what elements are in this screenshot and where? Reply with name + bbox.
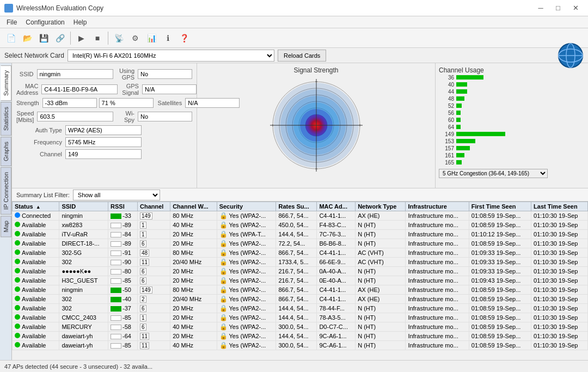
table-row[interactable]: Available302-37620 MHz🔒 Yes (WPA2-...144… [13,304,588,313]
col-status[interactable]: Status ▲ [13,202,59,211]
toolbar-scan[interactable]: 📡 [111,31,126,46]
rssi-bar [111,278,121,284]
toolbar-filter[interactable]: ⚙ [127,31,143,46]
lock-icon: 🔒 [219,212,228,219]
rssi-bar [111,214,121,219]
col-infra[interactable]: Infrastructure [406,202,469,211]
toolbar-stop[interactable]: ■ [90,31,105,46]
col-security[interactable]: Security [217,202,276,211]
close-button[interactable]: ✕ [567,2,584,14]
speed-value: 603.5 [37,112,113,121]
toolbar-info[interactable]: ℹ [160,31,175,46]
toolbar-play[interactable]: ▶ [74,31,89,46]
maximize-button[interactable]: □ [550,2,566,14]
col-nettype[interactable]: Network Type [356,202,406,211]
table-row[interactable]: AvailableH3C_GUEST-85620 MHz🔒 Yes (WPA2-… [13,276,588,285]
sidetab-statistics[interactable]: Statistics [1,102,11,136]
statusbar: 47 APs detected (44 secure - 3 unsecured… [0,360,588,372]
toolbar-open[interactable]: 📂 [20,31,35,46]
gpssig-value: N/A [142,84,197,94]
table-row[interactable]: Availabledaweiart-yh-851140 MHz🔒 Yes (WP… [13,341,588,350]
col-mac[interactable]: MAC Ad... [317,202,356,211]
rssi-bar [111,241,121,247]
table-row[interactable]: AvailableMERCURY-58640 MHz🔒 Yes (WPA2-..… [13,322,588,332]
menu-configuration[interactable]: Configuration [21,17,69,27]
channel-row: 153 [439,138,585,144]
lock-icon: 🔒 [219,258,228,266]
sidetab-ipconnection[interactable]: IP Connection [1,167,11,215]
channel-box: 1 [140,231,146,238]
strength-label: Strength [16,100,42,106]
authtype-value: WPA2 (AES) [65,125,142,135]
channel-box: 1 [140,222,146,229]
channel-row: 149 [439,131,585,137]
table-row[interactable]: Availablexw8283-89140 MHz🔒 Yes (WPA2-...… [13,221,588,230]
lock-icon: 🔒 [219,323,228,331]
sidetab-summary[interactable]: Summary [1,65,11,101]
netcard-select[interactable]: Intel(R) Wi-Fi 6 AX201 160MHz [68,50,274,62]
col-rssi[interactable]: RSSI [108,202,138,211]
lock-icon: 🔒 [219,304,228,312]
table-row[interactable]: Available302-5G-914880 MHz🔒 Yes (WPA2-..… [13,248,588,258]
frequency-label: Frequency [16,139,65,145]
status-dot [15,324,20,329]
channel-row: 48 [439,95,585,102]
mac-row: MAC Address C4-41-1E-B0-F9-6A GPS Signal… [16,83,192,96]
channel-box: 11 [140,342,149,349]
table-row[interactable]: Available302-901120/40 MHz🔒 Yes (WPA2-..… [13,258,588,267]
sidetab-map[interactable]: Map [1,216,11,237]
table-body: Connectedningmin-3314980 MHz🔒 Yes (WPA2-… [13,211,588,350]
table-row[interactable]: AvailableCMCC_2403-85120 MHz🔒 Yes (WPA2-… [13,313,588,322]
strength-row: Strength -33 dBm 71 % Satellites N/A [16,98,192,108]
channel-row: 157 [439,145,585,151]
col-channel[interactable]: Channel [137,202,170,211]
rssi-bar [111,269,121,275]
table-row[interactable]: Availabledaweiart-yh-641120 MHz🔒 Yes (WP… [13,332,588,341]
channel-box: 149 [140,286,152,294]
toolbar-help[interactable]: ❓ [176,31,192,46]
filter-select[interactable]: Show all [73,190,160,200]
menu-file[interactable]: File [2,17,21,27]
col-chwidth[interactable]: Channel W... [170,202,217,211]
reload-button[interactable]: Reload Cards [278,50,326,62]
table-row[interactable]: AvailableiTV-uRaR-84120 MHz🔒 Yes (WPA-T.… [13,230,588,239]
netcard-bar: Select Network Card Intel(R) Wi-Fi 6 AX2… [0,48,588,63]
channel-row: 44 [439,88,585,95]
strength-dbm: -33 dBm [42,98,97,108]
table-row[interactable]: AvailableDIRECT-18-...-89620 MHz🔒 Yes (W… [13,239,588,248]
col-ssid[interactable]: SSID [59,202,108,211]
info-panel: SSID ningmin Using GPS No MAC Address C4… [12,63,197,188]
menu-help[interactable]: Help [69,17,91,27]
app-title: WirelessMon Evaluation Copy [16,4,103,12]
channel-range-select[interactable]: 5 GHz Congestion (36-64, 149-165) [439,169,548,178]
rssi-bar [111,251,121,256]
table-row[interactable]: Connectedningmin-3314980 MHz🔒 Yes (WPA2-… [13,211,588,221]
table-area[interactable]: Status ▲ SSID RSSI Channel Channel W... … [12,202,588,360]
speed-label: Speed [Mbits] [16,110,37,123]
col-lastseen[interactable]: Last Time Seen [531,202,588,211]
gps-value: No [138,69,192,79]
toolbar: 📄 📂 💾 🔗 ▶ ■ 📡 ⚙ 📊 ℹ ❓ [0,28,588,48]
toolbar-save[interactable]: 💾 [36,31,51,46]
channel-box: 48 [140,249,149,257]
table-row[interactable]: Available302-40220/40 MHz🔒 Yes (WPA2-...… [13,295,588,304]
filter-bar: Summary List Filter: Show all [12,188,588,202]
channel-value: 149 [65,149,142,159]
channel-row: 36 [439,74,585,81]
signal-area: Signal Strength [197,63,436,188]
sidetab-graphs[interactable]: Graphs [1,137,11,166]
toolbar-new[interactable]: 📄 [3,31,19,46]
rssi-bar [111,288,121,293]
toolbar-link[interactable]: 🔗 [52,31,68,46]
channel-box: 6 [140,305,146,312]
ssid-value: ningmin [37,69,113,79]
table-row[interactable]: Available●●●●●K●●-80620 MHz🔒 Yes (WPA2-.… [13,267,588,276]
top-area: SSID ningmin Using GPS No MAC Address C4… [12,63,588,188]
status-dot [15,314,20,320]
toolbar-graph[interactable]: 📊 [144,31,159,46]
col-rates[interactable]: Rates Su... [276,202,317,211]
lock-icon: 🔒 [219,267,228,275]
col-firstseen[interactable]: First Time Seen [469,202,531,211]
minimize-button[interactable]: ─ [532,2,549,14]
table-row[interactable]: Availableningmin-5014980 MHz🔒 Yes (WPA2-… [13,285,588,295]
